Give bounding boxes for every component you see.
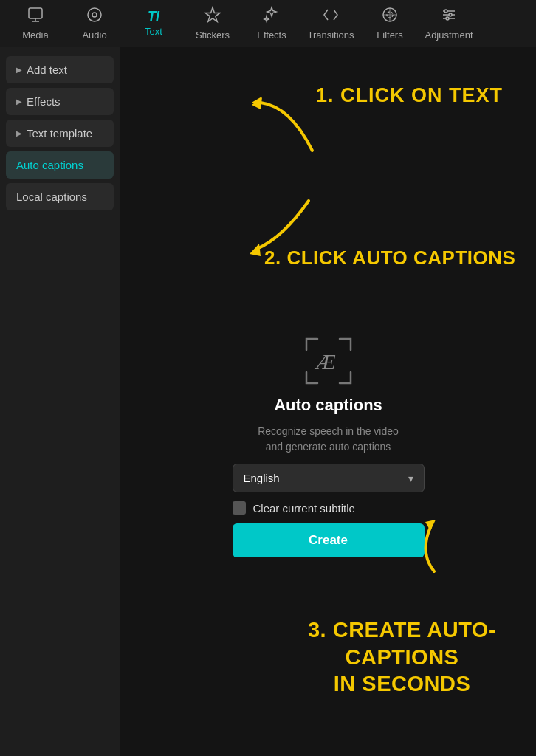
svg-marker-12 — [250, 244, 261, 256]
arrow-icon: ▶ — [16, 129, 22, 137]
svg-point-2 — [92, 13, 97, 17]
arrow-step3 — [405, 516, 464, 575]
clear-subtitle-checkbox[interactable] — [233, 501, 246, 515]
sidebar-item-effects[interactable]: ▶ Effects — [6, 88, 114, 115]
chevron-down-icon: ▾ — [408, 472, 413, 484]
create-button[interactable]: Create — [233, 523, 425, 557]
sidebar-item-local-captions[interactable]: Local captions — [6, 183, 114, 210]
sidebar-item-label: Auto captions — [16, 159, 83, 171]
svg-rect-0 — [29, 8, 42, 18]
arrow-icon: ▶ — [16, 97, 22, 106]
main-content: 1. CLICK ON TEXT 2. CLICK AUTO CAPTIONS … — [120, 47, 536, 756]
effects-icon — [263, 6, 281, 27]
nav-adjustment[interactable]: Adjustment — [419, 0, 478, 47]
step1-label: 1. CLICK ON TEXT — [316, 84, 503, 107]
main-layout: ▶ Add text ▶ Effects ▶ Text template Aut… — [0, 47, 536, 756]
sidebar-item-label: Effects — [27, 95, 61, 108]
nav-stickers[interactable]: Stickers — [183, 0, 242, 47]
svg-point-1 — [88, 8, 101, 21]
text-label: Text — [145, 26, 162, 37]
language-value: English — [244, 472, 280, 484]
svg-marker-11 — [252, 97, 262, 109]
language-dropdown[interactable]: English ▾ — [233, 464, 425, 492]
nav-filters[interactable]: Filters — [360, 0, 419, 47]
sidebar-item-auto-captions[interactable]: Auto captions — [6, 151, 114, 179]
arrow-icon: ▶ — [16, 66, 22, 74]
adjustment-label: Adjustment — [425, 30, 473, 41]
nav-effects[interactable]: Effects — [242, 0, 301, 47]
clear-subtitle-row: Clear current subtitle — [233, 501, 425, 515]
svg-marker-14 — [425, 520, 436, 531]
media-icon — [27, 6, 44, 27]
clear-subtitle-label: Clear current subtitle — [253, 502, 355, 515]
sidebar-item-label: Add text — [27, 63, 67, 76]
caption-title: Auto captions — [274, 396, 382, 415]
transitions-label: Transitions — [307, 30, 354, 41]
svg-point-10 — [446, 17, 449, 20]
sidebar-item-add-text[interactable]: ▶ Add text — [6, 56, 114, 83]
effects-label: Effects — [257, 30, 286, 41]
caption-description: Recognize speech in the video and genera… — [258, 424, 399, 455]
sidebar: ▶ Add text ▶ Effects ▶ Text template Aut… — [0, 47, 120, 756]
stickers-icon — [204, 6, 221, 27]
step3-label: 3. CREATE AUTO-CAPTIONS IN SECONDS — [268, 616, 536, 697]
transitions-icon — [322, 6, 340, 27]
svg-point-8 — [449, 13, 452, 16]
sidebar-item-text-template[interactable]: ▶ Text template — [6, 120, 114, 147]
caption-icon: Æ — [303, 335, 354, 387]
sidebar-item-label: Text template — [27, 127, 92, 140]
audio-label: Audio — [82, 30, 106, 41]
sidebar-item-label: Local captions — [16, 190, 87, 203]
adjustment-icon — [440, 6, 458, 27]
filters-label: Filters — [377, 30, 402, 41]
nav-audio[interactable]: Audio — [65, 0, 124, 47]
nav-text[interactable]: TI Text — [124, 0, 183, 47]
stickers-label: Stickers — [196, 30, 230, 41]
svg-point-6 — [444, 10, 447, 13]
svg-text:Æ: Æ — [314, 349, 336, 374]
media-label: Media — [22, 30, 48, 41]
step2-label: 2. CLICK AUTO CAPTIONS — [264, 247, 515, 269]
audio-icon — [86, 6, 103, 27]
nav-media[interactable]: Media — [6, 0, 65, 47]
filters-icon — [381, 6, 399, 27]
nav-transitions[interactable]: Transitions — [301, 0, 360, 47]
top-nav: Media Audio TI Text Stickers Effects — [0, 0, 536, 47]
text-icon: TI — [148, 10, 159, 23]
